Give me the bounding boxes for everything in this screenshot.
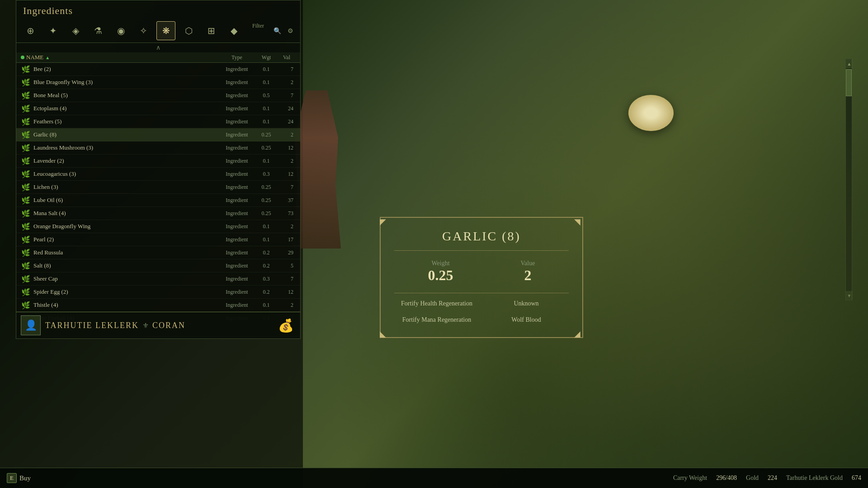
effect-name: Fortify Mana Regeneration xyxy=(394,314,479,326)
item-row-type: Ingredient xyxy=(219,66,255,73)
list-item[interactable]: 🌿 Lube Oil (6) Ingredient 0.25 37 xyxy=(16,194,300,207)
list-item[interactable]: 🌿 Sheer Cap Ingredient 0.3 7 xyxy=(16,272,300,286)
companion-name: CORAN xyxy=(152,321,185,330)
filter-settings-button[interactable]: ⚙ xyxy=(285,25,296,36)
collapse-arrow[interactable]: ∧ xyxy=(16,43,300,52)
detail-divider-bottom xyxy=(394,293,569,293)
list-item[interactable]: 🌿 Spider Egg (2) Ingredient 0.2 12 xyxy=(16,286,300,299)
cat-quest-icon[interactable]: ◆ xyxy=(224,21,243,40)
cat-all-icon[interactable]: ⊕ xyxy=(21,21,40,40)
item-row-type: Ingredient xyxy=(219,79,255,86)
list-item[interactable]: 🌿 Lavender (2) Ingredient 0.1 2 xyxy=(16,155,300,168)
item-row-weight: 0.2 xyxy=(255,263,278,269)
cat-ingredients-icon[interactable]: ❋ xyxy=(156,21,175,40)
status-bar: E Buy Carry Weight 296/408 Gold 224 Tarh… xyxy=(0,468,868,488)
item-row-icon: 🌿 xyxy=(21,287,31,297)
item-detail-panel: ◤ ◥ ◣ ◢ GARLIC (8) Weight 0.25 Value 2 F… xyxy=(371,208,592,347)
col-header-value[interactable]: Val xyxy=(278,54,296,61)
cat-clutter-icon[interactable]: ⊞ xyxy=(202,21,221,40)
item-row-weight: 0.2 xyxy=(255,249,278,256)
item-row-value: 24 xyxy=(278,118,296,125)
col-header-weight[interactable]: Wgt xyxy=(255,54,278,61)
sort-indicator xyxy=(21,56,24,59)
item-row-icon: 🌿 xyxy=(21,261,31,271)
corner-decoration-bl: ◣ xyxy=(380,329,389,338)
item-row-icon: 🌿 xyxy=(21,235,31,244)
corner-decoration-tl: ◤ xyxy=(380,217,389,226)
item-row-type: Ingredient xyxy=(219,223,255,230)
item-row-icon: 🌿 xyxy=(21,274,31,284)
cat-apparel-icon[interactable]: ✧ xyxy=(134,21,153,40)
companion-divider: ⚜ xyxy=(142,321,149,330)
item-row-icon: 🌿 xyxy=(21,182,31,192)
status-right: Carry Weight 296/408 Gold 224 Tarhutie L… xyxy=(673,474,861,482)
merchant-gold-label: Tarhutie Leklerk Gold xyxy=(786,474,843,482)
cat-armor-icon[interactable]: ◈ xyxy=(66,21,85,40)
list-item[interactable]: 🌿 Garlic (8) Ingredient 0.25 2 xyxy=(16,128,300,141)
item-row-weight: 0.25 xyxy=(255,210,278,217)
buy-action[interactable]: E Buy xyxy=(7,473,31,483)
item-row-value: 5 xyxy=(278,263,296,269)
item-row-type: Ingredient xyxy=(219,197,255,204)
list-item[interactable]: 🌿 Pearl (2) Ingredient 0.1 17 xyxy=(16,233,300,246)
item-row-name: Red Russula xyxy=(33,249,219,256)
panel-title: Ingredients xyxy=(16,0,300,19)
list-item[interactable]: 🌿 Bee (2) Ingredient 0.1 7 xyxy=(16,63,300,76)
item-row-weight: 0.1 xyxy=(255,236,278,243)
filter-search-button[interactable]: 🔍 xyxy=(272,25,283,36)
item-row-name: Blue Dragonfly Wing (3) xyxy=(33,79,219,86)
item-row-name: Mana Salt (4) xyxy=(33,210,219,217)
cat-scrolls-icon[interactable]: ◉ xyxy=(111,21,130,40)
filter-icons: Filter 🔍 ⚙ xyxy=(272,25,296,36)
list-item[interactable]: 🌿 Orange Dragonfly Wing Ingredient 0.1 2 xyxy=(16,220,300,233)
item-row-value: 7 xyxy=(278,184,296,191)
item-row-value: 37 xyxy=(278,197,296,204)
item-row-weight: 0.1 xyxy=(255,105,278,112)
list-item[interactable]: 🌿 Blue Dragonfly Wing (3) Ingredient 0.1… xyxy=(16,76,300,89)
list-item[interactable]: 🌿 Leucoagaricus (3) Ingredient 0.3 12 xyxy=(16,168,300,181)
item-row-value: 7 xyxy=(278,92,296,99)
item-row-weight: 0.1 xyxy=(255,223,278,230)
character-avatar: 👤 xyxy=(21,315,41,335)
item-row-name: Ectoplasm (4) xyxy=(33,105,219,112)
col-header-type[interactable]: Type xyxy=(219,54,255,61)
item-row-icon: 🌿 xyxy=(21,248,31,258)
weight-label: Weight xyxy=(431,260,449,267)
col-header-name[interactable]: NAME ▲ xyxy=(21,54,219,61)
item-row-value: 2 xyxy=(278,131,296,138)
item-row-type: Ingredient xyxy=(219,276,255,282)
item-row-weight: 0.5 xyxy=(255,92,278,99)
item-row-type: Ingredient xyxy=(219,171,255,178)
item-row-type: Ingredient xyxy=(219,158,255,164)
item-row-value: 2 xyxy=(278,79,296,86)
list-item[interactable]: 🌿 Laundress Mushroom (3) Ingredient 0.25… xyxy=(16,141,300,155)
effect-name: Fortify Health Regeneration xyxy=(394,298,479,310)
cat-misc-icon[interactable]: ⬡ xyxy=(179,21,198,40)
item-row-name: Leucoagaricus (3) xyxy=(33,170,219,178)
character-name: TARHUTIE LEKLERK xyxy=(45,321,139,330)
list-item[interactable]: 🌿 Salt (8) Ingredient 0.2 5 xyxy=(16,259,300,272)
item-row-value: 2 xyxy=(278,223,296,230)
item-row-value: 7 xyxy=(278,276,296,282)
effect-status: Unknown xyxy=(484,298,569,310)
item-row-name: Feathers (5) xyxy=(33,118,219,125)
cat-weapons-icon[interactable]: ✦ xyxy=(43,21,62,40)
list-item[interactable]: 🌿 Bone Meal (5) Ingredient 0.5 7 xyxy=(16,89,300,102)
item-row-name: Laundress Mushroom (3) xyxy=(33,144,219,151)
list-item[interactable]: 🌿 Lichen (3) Ingredient 0.25 7 xyxy=(16,181,300,194)
item-row-weight: 0.3 xyxy=(255,276,278,282)
list-item[interactable]: 🌿 Red Russula Ingredient 0.2 29 xyxy=(16,246,300,259)
item-list: 🌿 Bee (2) Ingredient 0.1 7 🌿 Blue Dragon… xyxy=(16,63,300,326)
merchant-gold-value: 674 xyxy=(852,474,861,482)
item-row-value: 12 xyxy=(278,171,296,178)
item-row-icon: 🌿 xyxy=(21,130,31,140)
item-row-name: Lavender (2) xyxy=(33,157,219,164)
list-item[interactable]: 🌿 Ectoplasm (4) Ingredient 0.1 24 xyxy=(16,102,300,115)
list-item[interactable]: 🌿 Feathers (5) Ingredient 0.1 24 xyxy=(16,115,300,128)
cat-potions-icon[interactable]: ⚗ xyxy=(89,21,108,40)
item-row-icon: 🌿 xyxy=(21,156,31,166)
item-row-icon: 🌿 xyxy=(21,195,31,205)
gold-label: Gold xyxy=(746,474,759,482)
list-item[interactable]: 🌿 Mana Salt (4) Ingredient 0.25 73 xyxy=(16,207,300,220)
list-item[interactable]: 🌿 Thistle (4) Ingredient 0.1 2 xyxy=(16,299,300,312)
